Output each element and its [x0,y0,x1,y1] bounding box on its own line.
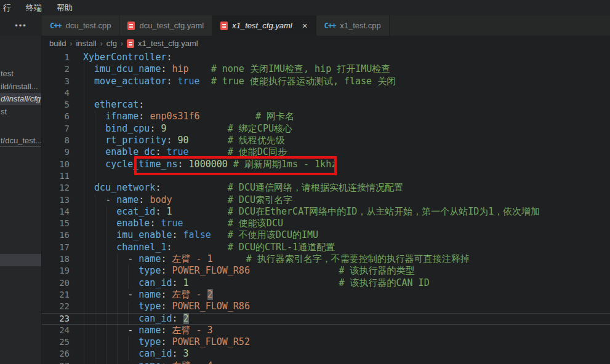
code-token [83,63,94,74]
indent-guide [84,253,84,265]
code-line[interactable]: 9 enable_dc: true # 使能DC同步 [42,146,610,158]
line-number[interactable]: 5 [42,99,83,111]
line-number[interactable]: 24 [42,325,83,336]
line-number[interactable]: 9 [42,146,83,158]
code-token: 左臂 - 3 [172,325,213,336]
sidebar-item[interactable]: st [0,106,41,118]
line-number[interactable]: 27 [42,360,83,364]
tab-x1_test.cpp[interactable]: C++x1_test.cpp [316,15,390,36]
line-number[interactable]: 10 [42,159,83,170]
line-number[interactable]: 18 [42,253,83,265]
code-line[interactable]: 6 ifname: enp0s31f6 # 网卡名 [42,111,610,122]
line-number[interactable]: 2 [42,63,83,75]
code-line[interactable]: 8 rt_priority: 90 # 线程优先级 [42,135,610,146]
breadcrumb-segment[interactable]: install [76,39,96,48]
code-editor[interactable]: 1XyberController:2 imu_dcu_name: hip # n… [42,51,610,364]
code-token [83,182,94,193]
line-number[interactable]: 14 [42,206,83,218]
code-token [166,123,227,134]
line-number[interactable]: 4 [42,87,83,99]
line-number[interactable]: 22 [42,301,83,312]
indent-guide [95,229,95,241]
code-line[interactable]: 15 enable: true # 使能该DCU [42,218,610,229]
code-line[interactable]: 19 type: POWER_FLOW_R86 # 该执行器的类型 [42,265,610,277]
line-number[interactable]: 25 [42,336,83,348]
code-line[interactable]: 21 - name: 左臂 - 2 [42,289,610,301]
menu-item-帮助[interactable]: 帮助 [57,2,73,14]
code-line[interactable]: 2 imu_dcu_name: hip # none 关闭IMU检查, hip … [42,63,610,75]
code-line[interactable]: 27 - name: 左臂 - 4 [42,360,610,364]
code-line[interactable]: 13 - name: body # DCU索引名字 [42,194,610,206]
code-line[interactable]: 14 ecat_id: 1 # DCU在EtherCAT网络中的ID，从主站开始… [42,206,610,218]
code-token [189,146,228,157]
code-line[interactable]: 18 - name: 左臂 - 1 # 执行器索引名字，不需要控制的执行器可直接… [42,253,610,265]
code-line[interactable]: 5 ethercat: [42,99,610,111]
code-line[interactable]: 7 bind_cpu: 9 # 绑定CPU核心 [42,123,610,135]
code-token [183,159,189,170]
code-line[interactable]: 22 type: POWER_FLOW_R86 [42,301,610,312]
line-number[interactable]: 13 [42,194,83,206]
breadcrumb-segment[interactable]: cfg [106,39,117,48]
menu-item-行[interactable]: 行 [3,2,11,14]
code-line[interactable]: 3 move_actuator: true # true 使能执行器运动测试, … [42,76,610,87]
more-actions-icon[interactable]: ••• [15,21,27,30]
code-line[interactable]: 4 [42,87,610,99]
code-token: : [138,99,144,110]
code-token [83,277,138,288]
code-line[interactable]: 16 imu_enable: false # 不使用该DCU的IMU [42,229,610,241]
tab-bar: ••• C++dcu_test.cppdcu_test_cfg.yamlx1_t… [0,15,610,36]
indent-guide [84,313,84,325]
code-token: # 刷新周期1ms - 1khz [233,159,337,170]
line-number[interactable]: 26 [42,348,83,360]
code-line[interactable]: 11 [42,170,610,182]
code-line[interactable]: 25 type: POWER_FLOW_R52 [42,336,610,348]
code-line[interactable]: 26 can_id: 3 [42,348,610,360]
menu-item-终端[interactable]: 终端 [26,2,42,14]
line-number[interactable]: 8 [42,135,83,146]
code-line[interactable]: 17 channel_1: # DCU的CTRL-1通道配置 [42,242,610,253]
code-line-text: ethercat: [83,99,610,111]
indent-guide [128,301,129,312]
code-token: enable [116,218,150,229]
code-token: rt_priority [105,135,166,146]
line-number[interactable]: 23 [42,313,83,325]
line-number[interactable]: 6 [42,111,83,122]
close-icon[interactable]: × [302,21,308,30]
sidebar-item[interactable]: t/dcu_test... [0,135,41,147]
line-number[interactable]: 17 [42,242,83,253]
sidebar-item[interactable]: d/install/cfg [0,93,41,105]
code-line[interactable]: 1XyberController: [42,52,610,63]
sidebar-item[interactable] [0,254,41,266]
code-token [83,313,138,324]
indent-guide [84,146,84,158]
line-number[interactable]: 1 [42,52,83,63]
line-number[interactable]: 15 [42,218,83,229]
code-line[interactable]: 20 can_id: 1 # 该执行器的CAN ID [42,277,610,289]
yaml-file-icon [220,22,228,30]
line-number[interactable]: 3 [42,76,83,87]
tab-dcu_test.cpp[interactable]: C++dcu_test.cpp [42,15,119,36]
line-number[interactable]: 21 [42,289,83,301]
line-number[interactable]: 19 [42,265,83,277]
code-line[interactable]: 10 cycle_time_ns: 1000000 # 刷新周期1ms - 1k… [42,159,610,170]
tab-dcu_test_cfg.yaml[interactable]: dcu_test_cfg.yaml [119,15,212,36]
code-line[interactable]: 24 - name: 左臂 - 3 [42,325,610,336]
breadcrumb-file[interactable]: x1_test_cfg.yaml [138,39,198,48]
sidebar-item[interactable]: test [0,68,41,80]
code-token [166,360,172,364]
tab-x1_test_cfg.yaml[interactable]: x1_test_cfg.yaml× [212,15,316,36]
code-line[interactable]: 23 can_id: 2 [42,313,610,325]
line-number[interactable]: 20 [42,277,83,289]
code-line[interactable]: 12 dcu_network: # DCU通信网络，请根据实机连接情况配置 [42,182,610,194]
breadcrumb-segment[interactable]: build [49,39,66,48]
sidebar-item[interactable]: ild/install... [0,81,41,93]
line-number[interactable]: 16 [42,229,83,241]
line-number[interactable]: 11 [42,170,83,182]
code-token: bind_cpu [105,123,150,134]
indent-guide [95,146,95,158]
line-number[interactable]: 7 [42,123,83,135]
code-token: # 该执行器的类型 [339,265,414,276]
code-token: 左臂 - 4 [172,360,213,364]
line-number[interactable]: 12 [42,182,83,194]
indent-guide [84,111,84,122]
